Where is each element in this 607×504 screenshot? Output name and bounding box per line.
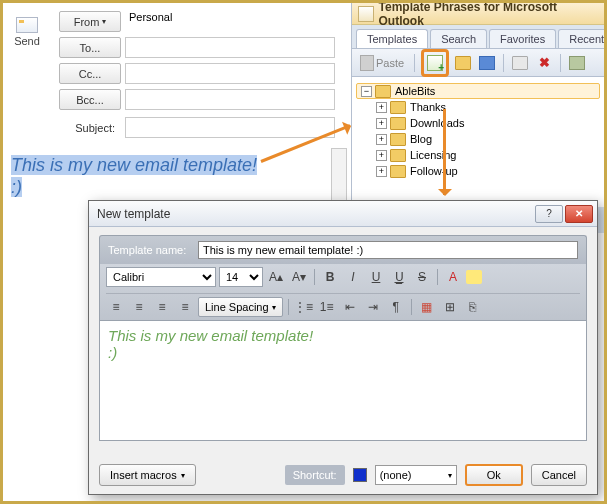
help-button[interactable]: ? <box>535 205 563 223</box>
body-text-line2: :) <box>11 177 22 197</box>
tree-item[interactable]: +Licensing <box>374 147 600 163</box>
tab-recent[interactable]: Recent <box>558 29 607 48</box>
from-button[interactable]: From▾ <box>59 11 121 32</box>
new-folder-button[interactable] <box>453 53 473 73</box>
cc-input[interactable] <box>125 63 335 84</box>
tab-search[interactable]: Search <box>430 29 487 48</box>
new-template-callout <box>421 49 449 77</box>
bcc-button[interactable]: Bcc... <box>59 89 121 110</box>
bold-button[interactable]: B <box>320 267 340 287</box>
subject-label: Subject: <box>51 122 121 134</box>
edit-button[interactable] <box>510 53 530 73</box>
from-row: From▾ Personal <box>59 11 335 32</box>
underline-button[interactable]: U <box>366 267 386 287</box>
tree-item[interactable]: +Downloads <box>374 115 600 131</box>
folder-icon <box>390 149 406 162</box>
bcc-input[interactable] <box>125 89 335 110</box>
tree-item-label: Blog <box>410 133 432 145</box>
folder-icon <box>390 133 406 146</box>
subject-input[interactable] <box>125 117 335 138</box>
tree-root-item[interactable]: − AbleBits <box>356 83 600 99</box>
expand-icon[interactable]: + <box>376 166 387 177</box>
insert-macros-label: Insert macros <box>110 469 177 481</box>
align-right-button[interactable]: ≡ <box>152 297 172 317</box>
pane-toolbar: Paste ✖ <box>352 49 604 77</box>
shortcut-select[interactable]: (none)▾ <box>375 465 457 485</box>
share-button[interactable] <box>567 53 587 73</box>
delete-x-icon: ✖ <box>539 55 550 70</box>
image-button[interactable]: ⊞ <box>440 297 460 317</box>
numbering-button[interactable]: 1≡ <box>317 297 337 317</box>
template-name-row: Template name: <box>99 235 587 264</box>
outdent-button[interactable]: ⇤ <box>340 297 360 317</box>
folder-icon <box>390 117 406 130</box>
pane-title: Template Phrases for Microsoft Outlook <box>379 0 598 28</box>
tree-item[interactable]: +Thanks <box>374 99 600 115</box>
tree-item[interactable]: +Blog <box>374 131 600 147</box>
grow-font-button[interactable]: A▴ <box>266 267 286 287</box>
delete-button[interactable]: ✖ <box>534 53 554 73</box>
collapse-icon[interactable]: − <box>361 86 372 97</box>
to-input[interactable] <box>125 37 335 58</box>
bullets-button[interactable]: ⋮≡ <box>294 297 314 317</box>
folder-icon <box>375 85 391 98</box>
import-button[interactable] <box>477 53 497 73</box>
double-underline-button[interactable]: U̲ <box>389 267 409 287</box>
tree-children: +Thanks +Downloads +Blog +Licensing +Fol… <box>374 99 600 179</box>
separator-icon <box>314 269 315 285</box>
expand-icon[interactable]: + <box>376 134 387 145</box>
compose-pane: Send From▾ Personal To... Cc... Bcc... S… <box>3 3 351 233</box>
insert-macros-button[interactable]: Insert macros ▾ <box>99 464 196 486</box>
align-left-button[interactable]: ≡ <box>106 297 126 317</box>
from-label: From <box>74 16 100 28</box>
separator-icon <box>560 54 561 72</box>
tree-item[interactable]: +Follow-up <box>374 163 600 179</box>
to-button[interactable]: To... <box>59 37 121 58</box>
paste-button[interactable]: Paste <box>356 52 408 74</box>
link-button[interactable]: ⎘ <box>463 297 483 317</box>
justify-button[interactable]: ≡ <box>175 297 195 317</box>
indent-button[interactable]: ⇥ <box>363 297 383 317</box>
separator-icon <box>437 269 438 285</box>
strikethrough-button[interactable]: S <box>412 267 432 287</box>
people-icon <box>569 56 585 70</box>
tree-item-label: Downloads <box>410 117 464 129</box>
line-spacing-label: Line Spacing <box>205 301 269 313</box>
font-select[interactable]: Calibri <box>106 267 216 287</box>
shortcut-label: Shortcut: <box>285 465 345 485</box>
pane-tabs: Templates Search Favorites Recent <box>352 25 604 49</box>
expand-icon[interactable]: + <box>376 102 387 113</box>
highlight-button[interactable] <box>466 270 482 284</box>
line-spacing-button[interactable]: Line Spacing ▾ <box>198 297 283 317</box>
pane-header-icon <box>358 6 374 22</box>
show-marks-button[interactable]: ¶ <box>386 297 406 317</box>
cc-button[interactable]: Cc... <box>59 63 121 84</box>
close-button[interactable]: ✕ <box>565 205 593 223</box>
expand-icon[interactable]: + <box>376 150 387 161</box>
template-phrases-pane: Template Phrases for Microsoft Outlook T… <box>351 3 604 233</box>
cc-row: Cc... <box>59 63 335 84</box>
dialog-footer: Insert macros ▾ Shortcut: (none)▾ Ok Can… <box>99 464 587 486</box>
edit-icon <box>512 56 528 70</box>
tab-favorites[interactable]: Favorites <box>489 29 556 48</box>
align-center-button[interactable]: ≡ <box>129 297 149 317</box>
font-color-button[interactable]: A <box>443 267 463 287</box>
send-button[interactable]: Send <box>3 11 51 47</box>
new-template-button[interactable] <box>425 53 445 73</box>
ok-button[interactable]: Ok <box>465 464 523 486</box>
italic-button[interactable]: I <box>343 267 363 287</box>
shortcut-color-swatch[interactable] <box>353 468 367 482</box>
table-button[interactable]: ▦ <box>417 297 437 317</box>
body-text-line1: This is my new email template! <box>11 155 257 175</box>
template-name-input[interactable] <box>198 241 578 259</box>
font-size-select[interactable]: 14 <box>219 267 263 287</box>
editor-content[interactable]: This is my new email template! :) <box>99 321 587 441</box>
dialog-titlebar: New template ? ✕ <box>89 201 597 227</box>
shrink-font-button[interactable]: A▾ <box>289 267 309 287</box>
pane-header: Template Phrases for Microsoft Outlook <box>352 3 604 25</box>
tree-root-label: AbleBits <box>395 85 435 97</box>
cancel-button[interactable]: Cancel <box>531 464 587 486</box>
expand-icon[interactable]: + <box>376 118 387 129</box>
chevron-down-icon: ▾ <box>181 471 185 480</box>
tab-templates[interactable]: Templates <box>356 29 428 48</box>
